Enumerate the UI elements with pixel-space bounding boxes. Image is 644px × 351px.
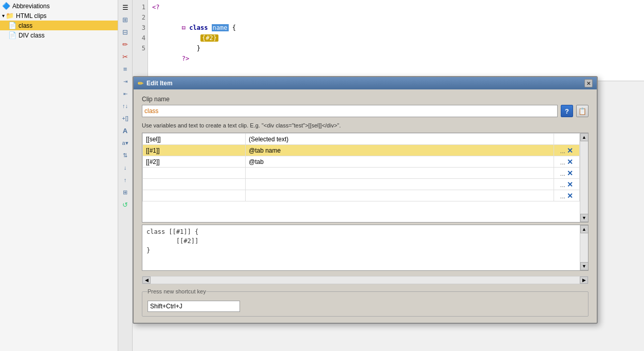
- action-delete-btn[interactable]: ✕: [567, 192, 573, 200]
- clip-name-label: Clip name: [142, 96, 588, 103]
- action-dots-btn[interactable]: ...: [560, 170, 565, 177]
- toolbar-btn-insert-var[interactable]: +[]: [120, 113, 131, 123]
- help-button[interactable]: ?: [561, 105, 573, 117]
- toolbar-btn-grid[interactable]: ⊞: [120, 14, 131, 25]
- val-cell: (Selected text): [246, 134, 554, 145]
- action-dots-btn[interactable]: ...: [560, 193, 565, 200]
- template-line-2: [[#2]]: [146, 236, 576, 246]
- table-row-empty: ... ✕: [143, 190, 580, 201]
- action-dots-btn[interactable]: ...: [560, 181, 565, 189]
- var-cell-empty: [143, 168, 246, 179]
- action-delete-btn[interactable]: ✕: [567, 146, 573, 155]
- clip-name-input[interactable]: [142, 105, 558, 117]
- file-icon: 📄: [8, 31, 16, 39]
- table-row-empty: ... ✕: [143, 179, 580, 190]
- toolbar-btn-edit[interactable]: ✏: [120, 39, 131, 49]
- toolbar-btn-remove-indent[interactable]: ⊟: [120, 27, 131, 37]
- toolbar-btn-sort-asc[interactable]: ↑↓: [120, 101, 131, 111]
- code-line-5: ?>: [152, 43, 640, 53]
- sidebar-item-label: class: [19, 22, 32, 29]
- code-editor: 1 2 3 4 5 <? ⊟ class name { {#2} } ?>: [133, 0, 644, 81]
- toolbar-btn-move-up-down[interactable]: ⇅: [120, 150, 131, 160]
- toolbar-btn-list[interactable]: ≡: [120, 64, 131, 74]
- folder-icon: 📁: [6, 12, 14, 20]
- toolbar-btn-menu[interactable]: ☰: [120, 2, 131, 12]
- table-row-empty: ... ✕: [143, 168, 580, 179]
- dialog-title: Edit Item: [146, 80, 173, 87]
- toolbar-btn-indent[interactable]: ⇥: [120, 76, 131, 86]
- sidebar-item-class[interactable]: 📄 class: [0, 21, 118, 30]
- template-line-1: class [[#1]] {: [146, 227, 576, 236]
- val-cell: @tab name: [246, 145, 554, 156]
- scroll-up-arrow[interactable]: ▲: [580, 225, 588, 233]
- toolbar-btn-format-lower[interactable]: a▾: [120, 138, 131, 148]
- action-delete-btn[interactable]: ✕: [567, 180, 573, 189]
- sidebar-item-label: HTML clips: [16, 12, 47, 20]
- toolbar-btn-cut[interactable]: ✂: [120, 51, 131, 62]
- code-line-4: }: [152, 33, 640, 43]
- action-dots-btn[interactable]: ...: [560, 147, 565, 155]
- hscroll-left-arrow[interactable]: ◀: [142, 276, 151, 284]
- toolbar-btn-move-up[interactable]: ↑: [120, 175, 131, 185]
- shortcut-input[interactable]: [148, 301, 240, 312]
- val-cell-empty: [246, 179, 554, 190]
- scroll-track: [580, 233, 588, 262]
- sidebar-item-label: Abbreviations: [12, 3, 50, 10]
- dialog-titlebar-left: ✏ Edit Item: [138, 80, 173, 87]
- var-cell-empty: [143, 179, 246, 190]
- var-cell: [[#1]]: [143, 145, 246, 156]
- sidebar-item-abbreviations[interactable]: 🔷 Abbreviations: [0, 1, 118, 11]
- dialog-body: Clip name ? 📋 Use variables and text to …: [134, 89, 597, 323]
- edit-item-dialog: ✏ Edit Item ✕ Clip name ? 📋 Use variable…: [133, 76, 598, 324]
- sidebar-item-html-clips[interactable]: ▾ 📁 HTML clips: [0, 11, 118, 21]
- actions-cell[interactable]: ... ✕: [554, 190, 580, 201]
- actions-cell[interactable]: ... ✕: [554, 179, 580, 190]
- toolbar-btn-format-upper[interactable]: A: [120, 125, 131, 136]
- sidebar-item-div-class[interactable]: 📄 DIV class: [0, 30, 118, 40]
- shortcut-section: Press new shortcut key: [142, 288, 588, 317]
- dialog-icon: ✏: [138, 80, 143, 87]
- var-cell-empty: [143, 190, 246, 201]
- scroll-down-arrow[interactable]: ▼: [580, 262, 588, 270]
- var-cell: [[sel]]: [143, 134, 246, 145]
- actions-cell: [554, 134, 580, 145]
- toolbar-btn-grid2[interactable]: ⊞: [120, 187, 131, 197]
- scroll-up-arrow[interactable]: ▲: [580, 133, 588, 141]
- shortcut-legend: Press new shortcut key: [148, 288, 206, 294]
- copy-button[interactable]: 📋: [576, 105, 588, 117]
- scroll-down-arrow[interactable]: ▼: [580, 214, 588, 222]
- table-row[interactable]: [[#1]] @tab name ... ✕: [143, 145, 580, 156]
- action-delete-btn[interactable]: ✕: [567, 169, 573, 177]
- toolbar-btn-move-down[interactable]: ↓: [120, 162, 131, 173]
- table-scrollbar[interactable]: ▲ ▼: [580, 133, 588, 222]
- file-icon: 📄: [8, 22, 16, 29]
- scroll-track: [580, 141, 588, 214]
- val-cell-empty: [246, 190, 554, 201]
- template-scrollbar[interactable]: ▲ ▼: [580, 225, 588, 270]
- actions-cell[interactable]: ... ✕: [554, 168, 580, 179]
- template-container: class [[#1]] { [[#2]] } ▲ ▼: [142, 225, 588, 271]
- code-line-1: <?: [152, 2, 640, 12]
- variables-table-container: [[sel]] (Selected text) [[#1]] @tab name…: [142, 133, 588, 223]
- template-line-3: }: [146, 246, 576, 255]
- main-area: 1 2 3 4 5 <? ⊟ class name { {#2} } ?>: [133, 0, 644, 351]
- table-row[interactable]: [[#2]] @tab ... ✕: [143, 156, 580, 168]
- horizontal-scrollbar[interactable]: ◀ ▶: [142, 276, 588, 284]
- hint-text: Use variables and text to create a text …: [142, 122, 588, 128]
- actions-cell[interactable]: ... ✕: [554, 156, 580, 168]
- template-content[interactable]: class [[#1]] { [[#2]] }: [142, 225, 580, 270]
- action-dots-btn[interactable]: ...: [560, 159, 565, 166]
- val-cell: @tab: [246, 156, 554, 168]
- hscroll-right-arrow[interactable]: ▶: [580, 276, 588, 284]
- toolbar-btn-refresh[interactable]: ↺: [120, 199, 131, 210]
- dialog-close-button[interactable]: ✕: [584, 79, 593, 87]
- sidebar-item-label: DIV class: [19, 32, 45, 39]
- variables-table[interactable]: [[sel]] (Selected text) [[#1]] @tab name…: [142, 133, 580, 222]
- code-content[interactable]: <? ⊟ class name { {#2} } ?>: [148, 0, 644, 81]
- toolbar-btn-unindent[interactable]: ⇤: [120, 88, 131, 99]
- abbreviations-icon: 🔷: [2, 2, 10, 10]
- table-row[interactable]: [[sel]] (Selected text): [143, 134, 580, 145]
- actions-cell[interactable]: ... ✕: [554, 145, 580, 156]
- code-line-2: ⊟ class name {: [152, 12, 640, 23]
- action-delete-btn[interactable]: ✕: [567, 158, 573, 166]
